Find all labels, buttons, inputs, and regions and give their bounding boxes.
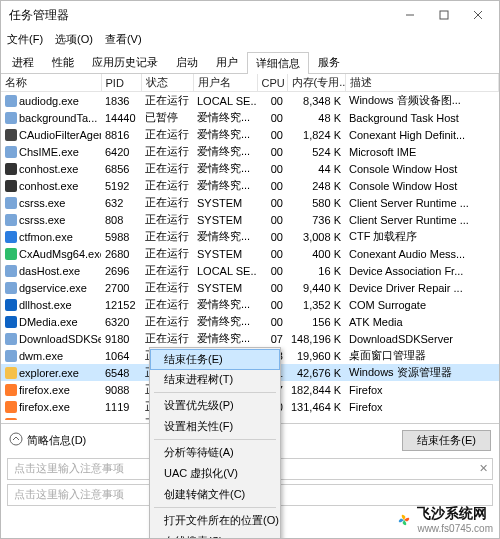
close-icon[interactable]: ✕ [479, 462, 488, 475]
process-desc: Client Server Runtime ... [345, 211, 499, 228]
tab-details[interactable]: 详细信息 [247, 52, 309, 74]
process-mem: 16 K [287, 262, 345, 279]
close-button[interactable] [461, 1, 495, 29]
ctx-create-dump[interactable]: 创建转储文件(C) [150, 484, 280, 505]
process-icon [5, 95, 17, 107]
ctx-open-location[interactable]: 打开文件所在的位置(O) [150, 510, 280, 531]
process-name: ChsIME.exe [19, 146, 79, 158]
process-cpu: 00 [257, 211, 287, 228]
process-name: explorer.exe [19, 367, 79, 379]
maximize-button[interactable] [427, 1, 461, 29]
tab-performance[interactable]: 性能 [43, 51, 83, 73]
watermark-url: www.fs0745.com [417, 523, 493, 534]
process-mem: 131,464 K [287, 398, 345, 415]
process-desc: Windows 音频设备图... [345, 92, 499, 110]
process-pid: 6320 [101, 313, 141, 330]
process-name: csrss.exe [19, 214, 65, 226]
process-mem: 9,440 K [287, 279, 345, 296]
end-task-button[interactable]: 结束任务(E) [402, 430, 491, 451]
table-row[interactable]: DownloadSDKSe...9180正在运行爱情终究...07148,196… [1, 330, 499, 347]
process-mem: 400 K [287, 245, 345, 262]
process-name: ctfmon.exe [19, 231, 73, 243]
process-user: 爱情终究... [193, 228, 257, 245]
table-row[interactable]: csrss.exe808正在运行SYSTEM00736 KClient Serv… [1, 211, 499, 228]
ctx-end-task[interactable]: 结束任务(E) [150, 349, 280, 370]
process-cpu: 00 [257, 143, 287, 160]
menu-options[interactable]: 选项(O) [55, 32, 93, 47]
process-pid: 632 [101, 194, 141, 211]
process-desc: DownloadSDKServer [345, 330, 499, 347]
table-row[interactable]: dllhost.exe12152正在运行爱情终究...001,352 KCOM … [1, 296, 499, 313]
process-mem: 116 577 K [287, 415, 345, 420]
process-name: dgservice.exe [19, 282, 87, 294]
minimize-button[interactable] [393, 1, 427, 29]
table-row[interactable]: conhost.exe6856正在运行爱情终究...0044 KConsole … [1, 160, 499, 177]
process-desc: 桌面窗口管理器 [345, 347, 499, 364]
col-cpu[interactable]: CPU [257, 74, 287, 92]
table-row[interactable]: dgservice.exe2700正在运行SYSTEM009,440 KDevi… [1, 279, 499, 296]
process-desc: Device Driver Repair ... [345, 279, 499, 296]
ctx-analyze-wait[interactable]: 分析等待链(A) [150, 442, 280, 463]
col-status[interactable]: 状态 [141, 74, 193, 92]
process-mem: 3,008 K [287, 228, 345, 245]
process-name: csrss.exe [19, 197, 65, 209]
table-row[interactable]: audiodg.exe1836正在运行LOCAL SE...008,348 KW… [1, 92, 499, 110]
tab-users[interactable]: 用户 [207, 51, 247, 73]
process-pid: 12152 [101, 296, 141, 313]
table-row[interactable]: ctfmon.exe5988正在运行爱情终究...003,008 KCTF 加载… [1, 228, 499, 245]
table-row[interactable]: DMedia.exe6320正在运行爱情终究...00156 KATK Medi… [1, 313, 499, 330]
process-name: DMedia.exe [19, 316, 78, 328]
process-pid: 8816 [101, 126, 141, 143]
tab-apphistory[interactable]: 应用历史记录 [83, 51, 167, 73]
col-user[interactable]: 用户名 [193, 74, 257, 92]
process-status: 正在运行 [141, 126, 193, 143]
col-pid[interactable]: PID [101, 74, 141, 92]
process-user: SYSTEM [193, 245, 257, 262]
fewer-details[interactable]: 简略信息(D) [9, 432, 86, 448]
process-pid: 6420 [101, 143, 141, 160]
process-desc: Conexant High Definit... [345, 126, 499, 143]
table-row[interactable]: csrss.exe632正在运行SYSTEM00580 KClient Serv… [1, 194, 499, 211]
process-user: SYSTEM [193, 211, 257, 228]
tabbar: 进程 性能 应用历史记录 启动 用户 详细信息 服务 [1, 49, 499, 74]
table-row[interactable]: dasHost.exe2696正在运行LOCAL SE...0016 KDevi… [1, 262, 499, 279]
ctx-end-tree[interactable]: 结束进程树(T) [150, 369, 280, 390]
process-cpu: 00 [257, 313, 287, 330]
process-cpu: 00 [257, 194, 287, 211]
process-cpu: 00 [257, 228, 287, 245]
table-row[interactable]: CAudioFilterAgen...8816正在运行爱情终究...001,82… [1, 126, 499, 143]
ctx-search-online[interactable]: 在线搜索(S) [150, 531, 280, 539]
ctx-sep [154, 507, 276, 508]
table-header-row: 名称 PID 状态 用户名 CPU 内存(专用... 描述 [1, 74, 499, 92]
process-user: 爱情终究... [193, 313, 257, 330]
process-pid: 5192 [101, 177, 141, 194]
process-status: 正在运行 [141, 143, 193, 160]
process-name: conhost.exe [19, 163, 78, 175]
tab-startup[interactable]: 启动 [167, 51, 207, 73]
process-mem: 48 K [287, 109, 345, 126]
process-icon [5, 112, 17, 124]
process-icon [5, 418, 17, 421]
col-mem[interactable]: 内存(专用... [287, 74, 345, 92]
table-row[interactable]: conhost.exe5192正在运行爱情终究...00248 KConsole… [1, 177, 499, 194]
ctx-set-priority[interactable]: 设置优先级(P) [150, 395, 280, 416]
process-name: dasHost.exe [19, 265, 80, 277]
process-icon [5, 231, 17, 243]
process-icon [5, 248, 17, 260]
menu-file[interactable]: 文件(F) [7, 32, 43, 47]
ctx-set-affinity[interactable]: 设置相关性(F) [150, 416, 280, 437]
tab-services[interactable]: 服务 [309, 51, 349, 73]
col-desc[interactable]: 描述 [345, 74, 499, 92]
process-mem: 19,960 K [287, 347, 345, 364]
col-name[interactable]: 名称 [1, 74, 101, 92]
table-row[interactable]: ChsIME.exe6420正在运行爱情终究...00524 KMicrosof… [1, 143, 499, 160]
table-row[interactable]: backgroundTa...14440已暂停爱情终究...0048 KBack… [1, 109, 499, 126]
ctx-uac-virt[interactable]: UAC 虚拟化(V) [150, 463, 280, 484]
process-pid: 2680 [101, 245, 141, 262]
table-row[interactable]: CxAudMsg64.exe2680正在运行SYSTEM00400 KConex… [1, 245, 499, 262]
menu-view[interactable]: 查看(V) [105, 32, 142, 47]
process-desc: ATK Media [345, 313, 499, 330]
process-status: 正在运行 [141, 194, 193, 211]
placeholder-2: 点击这里输入注意事项 [14, 488, 124, 500]
tab-processes[interactable]: 进程 [3, 51, 43, 73]
